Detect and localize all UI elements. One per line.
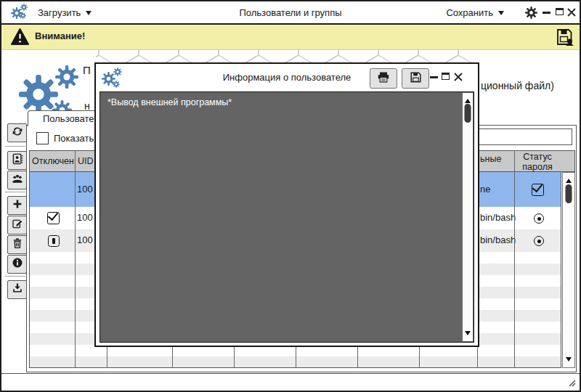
info-icon [12, 257, 23, 271]
shell-cell: ne [480, 184, 490, 195]
dialog-maximize-button[interactable] [442, 73, 450, 80]
scrollbar-thumb[interactable] [465, 104, 471, 123]
scroll-down-icon[interactable] [465, 331, 471, 338]
save-users-icon[interactable] [556, 28, 574, 49]
col-header-uid[interactable]: UID [78, 151, 94, 171]
toolbar-separator [5, 192, 25, 192]
scroll-up-icon[interactable] [566, 176, 572, 183]
user-info-dialog: Информация о пользователе [94, 62, 479, 347]
tab-users-label: Пользовате [43, 113, 94, 124]
info-button[interactable] [7, 255, 27, 274]
add-user-button[interactable] [7, 196, 27, 215]
toolbar-separator [5, 276, 25, 277]
status-bar [1, 374, 580, 391]
trash-icon [12, 237, 23, 252]
uid-cell: 100 [77, 184, 93, 195]
maximize-button[interactable] [556, 8, 564, 15]
show-system-checkbox-label: Показать [54, 133, 94, 144]
save-menu[interactable]: Сохранить [446, 1, 504, 23]
chevron-down-icon [498, 11, 504, 18]
table-vertical-scrollbar[interactable] [562, 172, 575, 368]
edit-user-button[interactable] [7, 216, 27, 234]
password-status-radio-icon [534, 236, 544, 246]
dialog-minimize-button[interactable] [430, 76, 438, 78]
groups-button[interactable] [7, 171, 27, 189]
intro-line2-fragment: ционный файл) [481, 80, 554, 91]
console-scrollbar[interactable] [463, 93, 473, 341]
program-output-console: *Вывод внешней программы* [99, 91, 474, 343]
plus-icon [12, 198, 23, 213]
scrollbar-thumb[interactable] [566, 184, 572, 203]
address-book-icon [12, 153, 23, 168]
uid-cell: 100 [77, 234, 93, 245]
show-system-checkbox[interactable] [36, 132, 49, 144]
scroll-down-icon[interactable] [566, 357, 572, 364]
uid-cell: 100 [77, 212, 93, 223]
col-header-disabled[interactable]: Отключен [31, 151, 76, 171]
console-output-text: *Вывод внешней программы* [107, 97, 232, 107]
dialog-close-button[interactable] [453, 72, 463, 85]
floppy-icon [410, 71, 422, 86]
disabled-checkbox-icon [47, 212, 60, 224]
save-output-button[interactable] [402, 68, 429, 89]
settings-gear-button[interactable] [525, 7, 537, 22]
print-button[interactable] [370, 68, 397, 89]
dialog-gears-icon [102, 65, 125, 89]
password-status-checkbox-icon [532, 184, 544, 196]
groups-icon [12, 173, 23, 187]
refresh-button[interactable] [7, 123, 27, 142]
import-button[interactable] [7, 280, 27, 299]
download-icon [12, 282, 23, 297]
shell-cell: bin/bash [480, 212, 516, 223]
indeterminate-checkbox-icon [48, 235, 60, 247]
user-card-button[interactable] [7, 151, 27, 170]
refresh-icon [12, 126, 23, 140]
warning-triangle-icon [10, 28, 30, 49]
intro-line1-fragment: П [83, 64, 91, 76]
col-header-extra-fragment[interactable]: ьные [480, 154, 501, 164]
scroll-up-icon[interactable] [465, 96, 471, 103]
app-window: Загрузить Пользователи и группы Сохранит… [0, 0, 581, 392]
shell-cell: bin/bash [480, 234, 516, 245]
printer-icon [377, 71, 390, 86]
toolbar-separator [5, 146, 25, 147]
minimize-button[interactable] [543, 12, 550, 14]
delete-user-button[interactable] [7, 235, 27, 254]
save-menu-label: Сохранить [446, 7, 493, 18]
close-button[interactable] [566, 7, 577, 20]
warning-bar: Внимание! [1, 25, 580, 50]
password-status-radio-icon [534, 213, 544, 224]
resize-grip-icon[interactable] [565, 376, 577, 391]
col-header-password-status[interactable]: Статус пароля [511, 152, 564, 172]
warning-message: Внимание! [35, 30, 85, 41]
main-titlebar: Загрузить Пользователи и группы Сохранит… [1, 1, 580, 25]
edit-pencil-icon [12, 218, 23, 232]
